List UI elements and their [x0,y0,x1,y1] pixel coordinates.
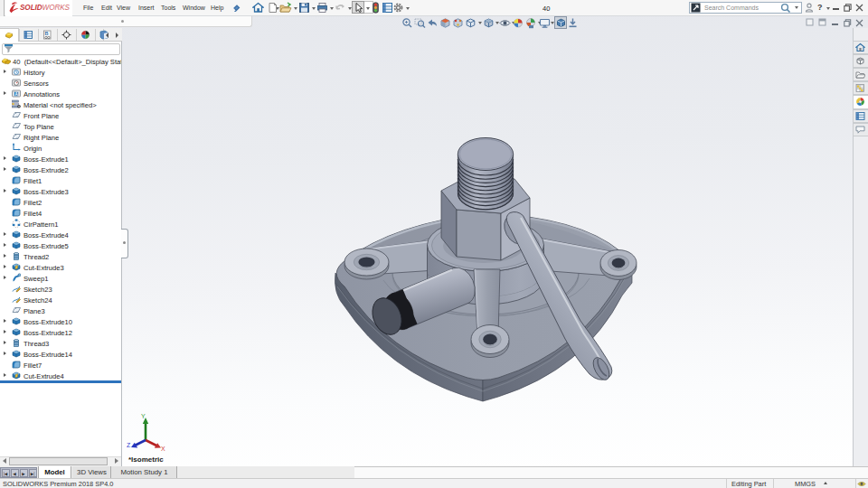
svg-text:X: X [161,446,165,452]
svg-text:Y: Y [141,413,146,419]
svg-text:Z: Z [127,442,131,448]
